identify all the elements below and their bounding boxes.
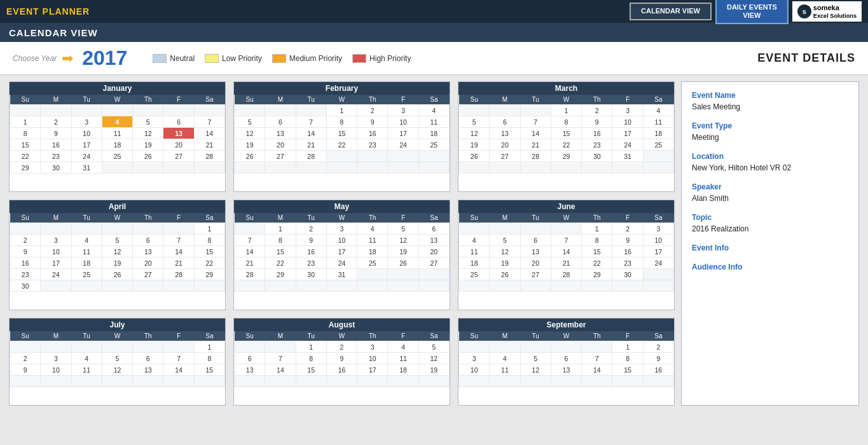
calendar-day[interactable]: 9 — [582, 116, 612, 128]
calendar-day[interactable]: 7 — [265, 353, 296, 364]
calendar-day[interactable]: 10 — [326, 235, 357, 246]
calendar-day[interactable]: 1 — [194, 223, 224, 235]
calendar-day[interactable]: 6 — [163, 116, 194, 128]
calendar-day[interactable]: 23 — [41, 151, 71, 162]
calendar-day[interactable]: 6 — [265, 116, 296, 128]
calendar-day[interactable]: 9 — [296, 235, 326, 246]
calendar-day[interactable]: 1 — [551, 105, 581, 116]
calendar-day[interactable]: 12 — [520, 364, 551, 376]
calendar-day[interactable]: 13 — [133, 364, 163, 376]
calendar-day[interactable]: 1 — [10, 116, 41, 128]
calendar-day[interactable]: 8 — [326, 116, 357, 128]
calendar-day[interactable]: 17 — [612, 128, 643, 139]
calendar-day[interactable]: 1 — [296, 341, 326, 353]
calendar-day[interactable]: 24 — [388, 139, 418, 151]
calendar-day[interactable]: 22 — [326, 139, 357, 151]
calendar-day[interactable]: 16 — [41, 139, 71, 151]
calendar-day[interactable]: 5 — [490, 235, 520, 246]
calendar-day[interactable]: 16 — [612, 246, 643, 257]
calendar-day[interactable]: 10 — [357, 353, 388, 364]
calendar-day[interactable]: 18 — [418, 128, 449, 139]
calendar-day[interactable]: 22 — [551, 139, 581, 151]
calendar-day[interactable]: 15 — [194, 364, 224, 376]
calendar-day[interactable]: 27 — [520, 269, 551, 280]
calendar-day[interactable]: 11 — [388, 353, 418, 364]
calendar-day[interactable]: 27 — [418, 257, 449, 269]
calendar-day[interactable]: 9 — [357, 116, 388, 128]
calendar-day[interactable]: 4 — [643, 105, 673, 116]
calendar-day[interactable]: 15 — [582, 246, 612, 257]
calendar-day[interactable]: 4 — [490, 353, 520, 364]
calendar-day[interactable]: 30 — [296, 269, 326, 280]
calendar-view-btn[interactable]: CALENDAR VIEW — [630, 3, 712, 20]
calendar-day[interactable]: 19 — [490, 257, 520, 269]
calendar-day[interactable]: 2 — [10, 353, 41, 364]
calendar-day[interactable]: 21 — [235, 257, 265, 269]
calendar-day[interactable]: 5 — [388, 223, 418, 235]
calendar-day[interactable]: 3 — [388, 105, 418, 116]
calendar-day[interactable]: 16 — [643, 364, 673, 376]
calendar-day[interactable]: 26 — [459, 151, 490, 162]
calendar-day[interactable]: 1 — [582, 223, 612, 235]
calendar-day[interactable]: 5 — [102, 353, 132, 364]
calendar-day[interactable]: 29 — [194, 269, 224, 280]
calendar-day[interactable]: 23 — [612, 257, 643, 269]
calendar-day[interactable]: 24 — [71, 151, 102, 162]
calendar-day[interactable]: 10 — [41, 364, 71, 376]
calendar-day[interactable]: 9 — [643, 353, 673, 364]
calendar-day[interactable]: 18 — [459, 257, 490, 269]
calendar-day[interactable]: 30 — [10, 280, 41, 292]
calendar-day[interactable]: 1 — [326, 105, 357, 116]
calendar-day[interactable]: 21 — [194, 139, 224, 151]
calendar-day[interactable]: 8 — [194, 235, 224, 246]
calendar-day[interactable]: 13 — [133, 246, 163, 257]
calendar-day[interactable]: 3 — [643, 223, 673, 235]
calendar-day[interactable]: 24 — [41, 269, 71, 280]
calendar-day[interactable]: 11 — [357, 235, 388, 246]
calendar-day[interactable]: 2 — [326, 341, 357, 353]
calendar-day[interactable]: 28 — [520, 151, 551, 162]
calendar-day[interactable]: 7 — [520, 116, 551, 128]
calendar-day[interactable]: 14 — [520, 128, 551, 139]
calendar-day[interactable]: 24 — [643, 257, 673, 269]
calendar-day[interactable]: 13 — [551, 364, 581, 376]
calendar-day[interactable]: 20 — [133, 257, 163, 269]
calendar-day[interactable]: 12 — [459, 128, 490, 139]
calendar-day[interactable]: 30 — [41, 162, 71, 174]
calendar-day[interactable]: 31 — [612, 151, 643, 162]
calendar-day[interactable]: 4 — [71, 353, 102, 364]
calendar-day[interactable]: 31 — [326, 269, 357, 280]
calendar-day[interactable]: 16 — [326, 364, 357, 376]
calendar-day[interactable]: 18 — [71, 257, 102, 269]
calendar-day[interactable]: 9 — [612, 235, 643, 246]
calendar-day[interactable]: 14 — [551, 246, 581, 257]
calendar-day[interactable]: 2 — [41, 116, 71, 128]
calendar-day[interactable]: 11 — [102, 128, 132, 139]
calendar-day[interactable]: 7 — [551, 235, 581, 246]
calendar-day[interactable]: 5 — [418, 341, 449, 353]
calendar-day[interactable]: 1 — [612, 341, 643, 353]
calendar-day[interactable]: 27 — [133, 269, 163, 280]
calendar-day[interactable]: 23 — [296, 257, 326, 269]
calendar-day[interactable]: 28 — [235, 269, 265, 280]
calendar-day[interactable]: 3 — [357, 341, 388, 353]
calendar-day[interactable]: 21 — [520, 139, 551, 151]
calendar-day[interactable]: 8 — [10, 128, 41, 139]
calendar-day[interactable]: 20 — [163, 139, 194, 151]
calendar-day[interactable]: 14 — [163, 364, 194, 376]
calendar-day[interactable]: 15 — [265, 246, 296, 257]
calendar-day[interactable]: 2 — [582, 105, 612, 116]
calendar-day[interactable]: 25 — [643, 139, 673, 151]
calendar-day[interactable]: 26 — [102, 269, 132, 280]
calendar-day[interactable]: 15 — [551, 128, 581, 139]
calendar-day[interactable]: 3 — [326, 223, 357, 235]
daily-events-btn[interactable]: DAILY EVENTSVIEW — [715, 0, 789, 24]
calendar-day[interactable]: 30 — [582, 151, 612, 162]
calendar-day[interactable]: 17 — [388, 128, 418, 139]
calendar-day[interactable]: 8 — [296, 353, 326, 364]
calendar-day[interactable]: 17 — [643, 246, 673, 257]
calendar-day[interactable]: 3 — [41, 235, 71, 246]
calendar-day[interactable]: 14 — [163, 246, 194, 257]
calendar-day[interactable]: 25 — [71, 269, 102, 280]
calendar-day[interactable]: 11 — [71, 246, 102, 257]
